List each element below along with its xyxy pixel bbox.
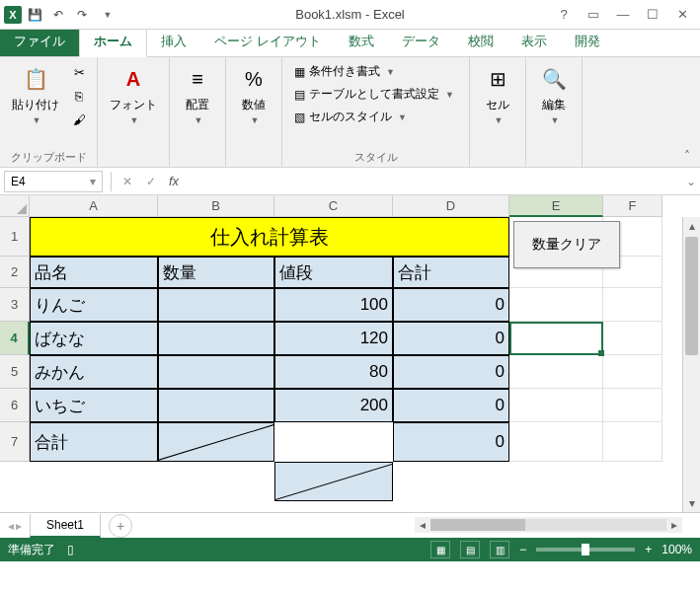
clear-quantity-button[interactable]: 数量クリア — [513, 221, 620, 268]
cell-F7[interactable] — [603, 422, 662, 462]
align-button[interactable]: ≡ 配置▼ — [178, 61, 217, 127]
cell-E4[interactable] — [509, 322, 603, 355]
row-header-4[interactable]: 4 — [0, 322, 30, 355]
col-header-A[interactable]: A — [30, 195, 158, 217]
add-sheet-icon[interactable]: + — [109, 514, 132, 538]
redo-icon[interactable]: ↷ — [71, 4, 93, 26]
cell-header-2[interactable]: 値段 — [274, 257, 393, 288]
qat-customize-icon[interactable]: ▼ — [97, 4, 118, 26]
scroll-down-icon[interactable]: ▾ — [683, 494, 700, 512]
tab-developer[interactable]: 開発 — [561, 27, 614, 56]
col-header-F[interactable]: F — [603, 195, 662, 217]
macro-record-icon[interactable]: ▯ — [67, 543, 74, 556]
cell-styles-button[interactable]: ▧セルのスタイル▼ — [290, 107, 461, 127]
cell-name-3[interactable]: いちご — [30, 389, 158, 422]
view-normal-icon[interactable]: ▦ — [430, 541, 450, 558]
row-header-5[interactable]: 5 — [0, 355, 30, 389]
tab-file[interactable]: ファイル — [0, 27, 79, 56]
cut-icon[interactable]: ✂ — [69, 61, 89, 83]
row-header-7[interactable]: 7 — [0, 422, 30, 462]
view-page-layout-icon[interactable]: ▤ — [460, 541, 480, 558]
font-button[interactable]: A フォント▼ — [106, 61, 161, 127]
cell-footer-diag2[interactable] — [274, 462, 393, 501]
paste-button[interactable]: 📋 貼り付け ▼ — [8, 61, 63, 127]
cell-qty-0[interactable] — [158, 288, 274, 322]
cell-footer-total[interactable]: 0 — [393, 422, 509, 462]
fx-icon[interactable]: fx — [169, 174, 179, 188]
cell-price-2[interactable]: 80 — [274, 355, 393, 389]
col-header-D[interactable]: D — [393, 195, 509, 217]
cell-total-2[interactable]: 0 — [393, 355, 509, 389]
cell-qty-1[interactable] — [158, 322, 274, 355]
cell-F5[interactable] — [603, 355, 662, 389]
cell-F4[interactable] — [603, 322, 662, 355]
cell-qty-2[interactable] — [158, 355, 274, 389]
tab-data[interactable]: データ — [388, 27, 454, 56]
hscroll-thumb[interactable] — [430, 519, 525, 531]
cell-E6[interactable] — [509, 389, 603, 422]
cell-E3[interactable] — [509, 288, 603, 322]
sheet-nav-prev-icon[interactable]: ◂ — [8, 519, 14, 533]
sheet-nav-next-icon[interactable]: ▸ — [16, 519, 22, 533]
ribbon-display-icon[interactable]: ▭ — [580, 4, 607, 26]
cell-price-1[interactable]: 120 — [274, 322, 393, 355]
cell-header-1[interactable]: 数量 — [158, 257, 274, 288]
cell-price-0[interactable]: 100 — [274, 288, 393, 322]
editing-button[interactable]: 🔍 編集▼ — [534, 61, 574, 127]
formula-input[interactable] — [185, 171, 682, 192]
cell-header-3[interactable]: 合計 — [393, 257, 509, 288]
scroll-up-icon[interactable]: ▴ — [683, 217, 700, 235]
minimize-icon[interactable]: — — [609, 4, 637, 26]
tab-home[interactable]: ホーム — [79, 26, 147, 57]
scroll-left-icon[interactable]: ◂ — [415, 518, 430, 532]
cell-E7[interactable] — [509, 422, 603, 462]
tab-view[interactable]: 表示 — [507, 27, 561, 56]
vscroll-thumb[interactable] — [685, 237, 698, 355]
cell-name-0[interactable]: りんご — [30, 288, 158, 322]
cell-title[interactable]: 仕入れ計算表 — [30, 217, 509, 257]
cancel-formula-icon[interactable]: ✕ — [116, 171, 139, 192]
name-box-dropdown-icon[interactable]: ▾ — [90, 175, 96, 188]
cell-price-3[interactable]: 200 — [274, 389, 393, 422]
cell-F6[interactable] — [603, 389, 662, 422]
cell-qty-3[interactable] — [158, 389, 274, 422]
cell-name-1[interactable]: ばなな — [30, 322, 158, 355]
cell-footer-diag1[interactable] — [158, 422, 274, 462]
close-icon[interactable]: ✕ — [668, 4, 696, 26]
zoom-level[interactable]: 100% — [661, 543, 692, 556]
sheet-tab-sheet1[interactable]: Sheet1 — [30, 514, 101, 538]
view-page-break-icon[interactable]: ▥ — [490, 541, 509, 558]
fill-handle[interactable] — [598, 350, 604, 356]
cell-header-0[interactable]: 品名 — [30, 257, 158, 288]
scroll-right-icon[interactable]: ▸ — [666, 518, 682, 532]
cell-name-2[interactable]: みかん — [30, 355, 158, 389]
expand-formula-bar-icon[interactable]: ⌄ — [682, 175, 700, 188]
undo-icon[interactable]: ↶ — [47, 4, 69, 26]
col-header-B[interactable]: B — [158, 195, 274, 217]
help-icon[interactable]: ? — [550, 4, 578, 26]
zoom-slider[interactable] — [536, 548, 635, 552]
copy-icon[interactable]: ⎘ — [69, 85, 89, 107]
cell-total-0[interactable]: 0 — [393, 288, 509, 322]
cell-total-1[interactable]: 0 — [393, 322, 509, 355]
zoom-in-icon[interactable]: + — [645, 543, 652, 556]
format-as-table-button[interactable]: ▤テーブルとして書式設定▼ — [290, 84, 461, 105]
col-header-C[interactable]: C — [274, 195, 393, 217]
maximize-icon[interactable]: ☐ — [639, 4, 666, 26]
cell-E5[interactable] — [509, 355, 603, 389]
row-header-3[interactable]: 3 — [0, 288, 30, 322]
enter-formula-icon[interactable]: ✓ — [139, 171, 163, 192]
save-icon[interactable]: 💾 — [24, 4, 45, 26]
row-header-6[interactable]: 6 — [0, 389, 30, 422]
tab-insert[interactable]: 挿入 — [147, 27, 200, 56]
row-header-1[interactable]: 1 — [0, 217, 30, 257]
name-box[interactable]: E4 ▾ — [4, 171, 103, 192]
tab-page-layout[interactable]: ページ レイアウト — [200, 27, 335, 56]
horizontal-scrollbar[interactable]: ◂ ▸ — [415, 517, 682, 533]
cells-button[interactable]: ⊞ セル▼ — [478, 61, 517, 127]
cell-total-3[interactable]: 0 — [393, 389, 509, 422]
row-header-2[interactable]: 2 — [0, 257, 30, 288]
cell-F3[interactable] — [603, 288, 662, 322]
zoom-out-icon[interactable]: − — [519, 543, 526, 556]
format-painter-icon[interactable]: 🖌 — [69, 109, 89, 130]
